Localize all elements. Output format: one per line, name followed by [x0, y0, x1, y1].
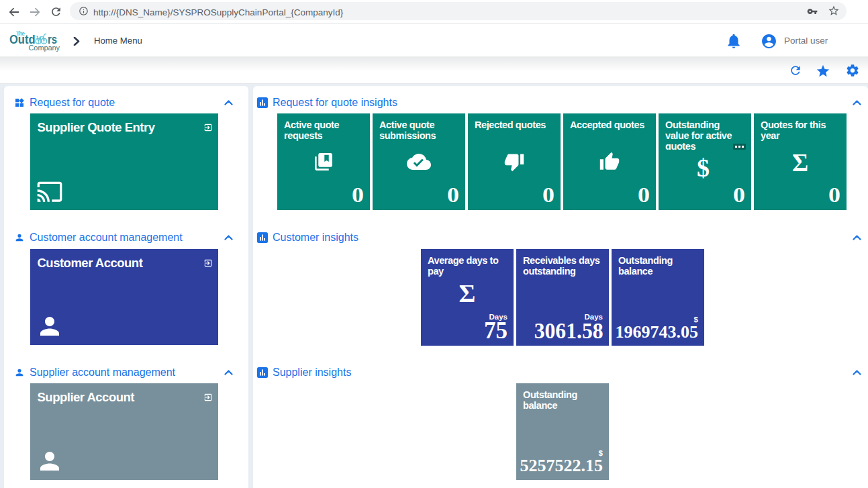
svg-text:Company: Company	[29, 44, 60, 52]
